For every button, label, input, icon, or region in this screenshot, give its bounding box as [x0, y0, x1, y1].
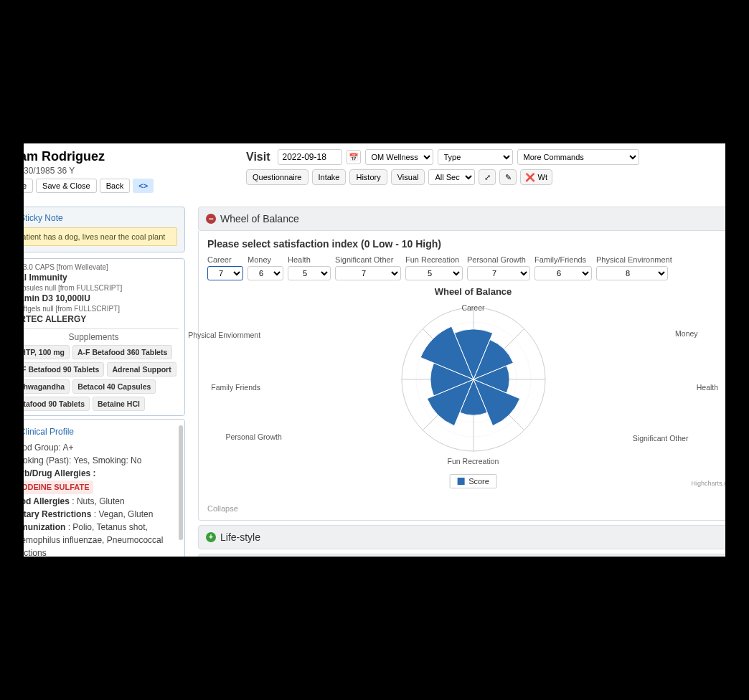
wheel-select-label: Personal Growth	[467, 255, 530, 264]
code-button[interactable]: <>	[133, 179, 154, 193]
chart-credit: Highcharts.com	[691, 480, 725, 487]
wheel-value-select[interactable]: 5	[288, 266, 331, 280]
wheel-value-select[interactable]: 6	[248, 266, 283, 280]
visual-button[interactable]: Visual	[391, 169, 425, 185]
supplement-tag[interactable]: Ashwagandha	[24, 379, 70, 394]
wt-button[interactable]: ❌ Wt	[520, 169, 552, 185]
panel-wheel[interactable]: − Wheel of Balance	[198, 207, 725, 231]
wheel-select-label: Family/Friends	[534, 255, 592, 264]
supplement-tag[interactable]: Betaine HCl	[93, 397, 145, 411]
save-button[interactable]: Save	[24, 179, 33, 193]
axis-label: Significant Other	[633, 434, 689, 443]
expand-icon[interactable]: ⤢	[479, 169, 496, 185]
legend: Score	[449, 474, 497, 488]
supplement-tag[interactable]: A-F Betafood 360 Tablets	[72, 345, 172, 359]
wheel-select-col: Career7	[207, 255, 243, 280]
wheel-select-col: Significant Other7	[335, 255, 401, 280]
questionnaire-button[interactable]: Questionnaire	[246, 169, 308, 185]
med-meta: 1 capsules null [from FULLSCRIPT]	[24, 284, 179, 292]
wheel-select-col: Family/Friends6	[534, 255, 592, 280]
commands-select[interactable]: More Commands	[517, 149, 639, 165]
axis-label: Personal Growth	[226, 432, 282, 441]
radar-chart	[395, 301, 552, 458]
save-close-button[interactable]: Save & Close	[36, 179, 97, 193]
calendar-icon[interactable]: 📅	[347, 150, 361, 164]
wheel-value-select[interactable]: 7	[207, 266, 243, 280]
sticky-note-header[interactable]: ✎Sticky Note	[24, 213, 177, 223]
axis-label: Money	[675, 329, 698, 338]
axis-label: Fun Recreation	[448, 457, 499, 465]
medications-card: true 3.0 CAPS [from Wellevate] Vital Imm…	[24, 258, 185, 416]
collapse-link[interactable]: Collapse	[207, 501, 725, 513]
med-name: ZYRTEC ALLERGY	[24, 314, 179, 324]
wheel-select-col: Physical Environment8	[596, 255, 672, 280]
panel-drugs[interactable]: + Existing/Current Drugs/Medications/Sup…	[198, 554, 725, 557]
collapse-icon: −	[206, 214, 216, 224]
med-meta: 1 Softgels null [from FULLSCRIPT]	[24, 305, 179, 313]
wheel-select-col: Health5	[288, 255, 331, 280]
axis-label: Physical Enviornment	[188, 331, 260, 339]
instruction: Please select satisfaction index (0 Low …	[207, 238, 725, 250]
patient-name: Adam Rodriguez	[24, 149, 232, 164]
supplement-tag[interactable]: 5-HTP, 100 mg	[24, 345, 70, 359]
blood-group: Blood Group: A+	[24, 441, 177, 454]
wheel-value-select[interactable]: 7	[467, 266, 530, 280]
wheel-value-select[interactable]: 8	[596, 266, 668, 280]
immunization: Immunization : Polio, Tetanus shot, Haem…	[24, 521, 177, 557]
wheel-select-label: Fun Recreation	[405, 255, 463, 264]
axis-label: Family Friends	[211, 383, 260, 392]
sticky-note-card: ✎Sticky Note Patient has a dog, lives ne…	[24, 207, 185, 252]
supplement-tag[interactable]: Betafood 90 Tablets	[24, 397, 90, 411]
axis-label: Career	[461, 303, 484, 312]
drug-allergies: Herb/Drug Allergies : CODEINE SULFATE	[24, 467, 177, 495]
wheel-select-label: Physical Environment	[596, 255, 672, 264]
axis-label: Health	[697, 383, 718, 392]
wheel-select-col: Money6	[248, 255, 283, 280]
wheel-select-label: Health	[288, 255, 331, 264]
wheel-panel-body: Please select satisfaction index (0 Low …	[198, 231, 725, 521]
visit-date[interactable]	[278, 149, 342, 165]
wheel-select-label: Career	[207, 255, 243, 264]
wheel-select-label: Significant Other	[335, 255, 401, 264]
type-select[interactable]: Type	[438, 149, 513, 165]
wheel-value-select[interactable]: 6	[534, 266, 592, 280]
edit-icon[interactable]: ✎	[499, 169, 517, 185]
center-select[interactable]: OM Wellness Center	[365, 149, 433, 165]
sticky-note-text: Patient has a dog, lives near the coal p…	[24, 227, 177, 246]
expand-icon: +	[206, 532, 216, 542]
supplement-tag[interactable]: Adrenal Support	[107, 362, 176, 377]
sections-select[interactable]: All Sections	[428, 169, 475, 185]
scrollbar[interactable]	[179, 425, 183, 540]
med-name: Vitamin D3 10,000IU	[24, 293, 179, 303]
food-allergies: Food Allergies : Nuts, Gluten	[24, 495, 177, 508]
patient-meta: M 09/30/1985 36 Y	[24, 166, 232, 176]
wheel-select-col: Fun Recreation5	[405, 255, 463, 280]
supplement-tag[interactable]: Betacol 40 Capsules	[72, 379, 156, 394]
med-meta: true 3.0 CAPS [from Wellevate]	[24, 263, 179, 271]
clinical-profile-card: ✎Clinical Profile Blood Group: A+ Smokin…	[24, 419, 185, 557]
history-button[interactable]: History	[349, 169, 387, 185]
wheel-value-select[interactable]: 7	[335, 266, 401, 280]
med-name: Vital Immunity	[24, 273, 179, 283]
dietary: Dietary Restrictions : Vegan, Gluten	[24, 508, 177, 521]
panel-lifestyle[interactable]: + Life-style	[198, 525, 725, 549]
wheel-value-select[interactable]: 5	[405, 266, 463, 280]
supplement-tag[interactable]: A-F Betafood 90 Tablets	[24, 362, 104, 377]
visit-label: Visit	[246, 151, 270, 164]
wheel-select-col: Personal Growth7	[467, 255, 530, 280]
clinical-profile-header[interactable]: ✎Clinical Profile	[24, 425, 177, 438]
smoking: Smoking (Past): Yes, Smoking: No	[24, 454, 177, 467]
back-button[interactable]: Back	[100, 179, 130, 193]
intake-button[interactable]: Intake	[312, 169, 347, 185]
chart-title: Wheel of Balance	[207, 286, 725, 297]
wheel-select-label: Money	[248, 255, 283, 264]
supplements-title: Supplements	[24, 328, 179, 342]
